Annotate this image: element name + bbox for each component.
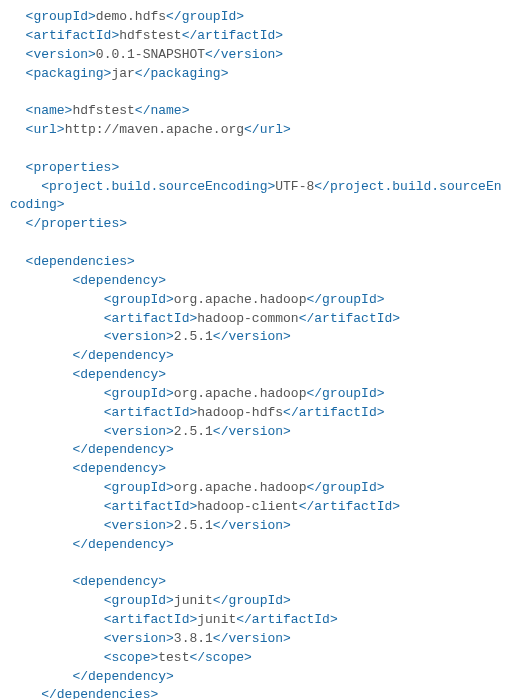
dep-version: 2.5.1 (174, 329, 213, 344)
xml-code-block: <groupId>demo.hdfs</groupId> <artifactId… (10, 8, 522, 699)
tag-artifact-open: <artifactId> (26, 28, 120, 43)
tag-encoding-open: <project.build.sourceEncoding> (41, 179, 275, 194)
tag-url-open: <url> (26, 122, 65, 137)
tag-scope-open: <scope> (104, 650, 159, 665)
dep-scope: test (158, 650, 189, 665)
dep-version: 2.5.1 (174, 424, 213, 439)
dep-artifact: hadoop-client (197, 499, 298, 514)
value-name: hdfstest (72, 103, 134, 118)
dep-version: 3.8.1 (174, 631, 213, 646)
tag-version-open: <version> (26, 47, 96, 62)
tag-dependencies-open: <dependencies> (26, 254, 135, 269)
tag-properties-close: </properties> (26, 216, 127, 231)
value-encoding: UTF-8 (275, 179, 314, 194)
tag-properties-open: <properties> (26, 160, 120, 175)
dep-groupid: junit (174, 593, 213, 608)
dep-groupid: org.apache.hadoop (174, 480, 307, 495)
value-url: http://maven.apache.org (65, 122, 244, 137)
tag-dependencies-close: </dependencies> (41, 687, 158, 699)
dep-groupid: org.apache.hadoop (174, 386, 307, 401)
dep-version: 2.5.1 (174, 518, 213, 533)
value-version: 0.0.1-SNAPSHOT (96, 47, 205, 62)
tag-dependency-open: <dependency> (72, 273, 166, 288)
tag-groupid-open: <groupId> (26, 9, 96, 24)
dep-artifact: hadoop-common (197, 311, 298, 326)
value-packaging: jar (111, 66, 134, 81)
dep-artifact: hadoop-hdfs (197, 405, 283, 420)
dep-groupid: org.apache.hadoop (174, 292, 307, 307)
tag-packaging-open: <packaging> (26, 66, 112, 81)
value-groupid: demo.hdfs (96, 9, 166, 24)
dep-artifact: junit (197, 612, 236, 627)
tag-dependency-close: </dependency> (72, 348, 173, 363)
tag-name-open: <name> (26, 103, 73, 118)
value-artifact: hdfstest (119, 28, 181, 43)
